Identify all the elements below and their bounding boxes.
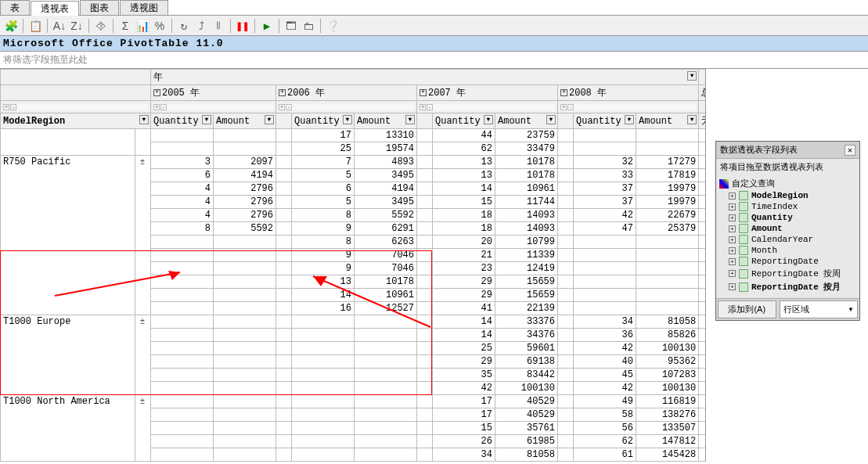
- data-cell[interactable]: [214, 315, 276, 329]
- field-item[interactable]: +Month: [719, 245, 856, 256]
- data-cell[interactable]: [574, 275, 636, 289]
- data-cell[interactable]: [558, 236, 574, 249]
- data-cell[interactable]: 34: [574, 315, 636, 329]
- data-cell[interactable]: [417, 369, 433, 382]
- data-cell[interactable]: 15: [433, 196, 495, 209]
- data-cell[interactable]: [558, 289, 574, 302]
- data-cell[interactable]: [558, 395, 574, 408]
- data-cell[interactable]: 2796: [214, 196, 276, 209]
- data-cell[interactable]: 81058: [636, 315, 699, 329]
- field-item[interactable]: +CalendarYear: [719, 234, 856, 245]
- data-cell[interactable]: 69138: [495, 355, 558, 369]
- data-cell[interactable]: 23: [433, 262, 495, 275]
- properties-icon[interactable]: 🗔: [283, 18, 299, 34]
- data-cell[interactable]: [574, 289, 636, 302]
- data-cell[interactable]: 25379: [636, 222, 699, 236]
- data-cell[interactable]: [151, 302, 214, 315]
- sigma-icon[interactable]: Σ: [117, 18, 133, 34]
- data-cell[interactable]: [276, 369, 292, 382]
- data-cell[interactable]: 40529: [495, 395, 558, 408]
- data-cell[interactable]: 26: [433, 435, 495, 448]
- data-cell[interactable]: 36: [574, 329, 636, 342]
- data-cell[interactable]: [699, 169, 706, 182]
- data-cell[interactable]: [276, 129, 292, 142]
- data-cell[interactable]: [355, 369, 417, 382]
- copy-icon[interactable]: 📋: [27, 18, 43, 34]
- row-expand-toggle[interactable]: ±: [135, 395, 151, 462]
- field-list-panel[interactable]: 数据透视表字段列表 ✕ 将项目拖至数据透视表列表 自定义查询 +ModelReg…: [715, 141, 860, 321]
- area-select[interactable]: 行区域▼: [780, 300, 858, 318]
- data-cell[interactable]: 6291: [355, 222, 417, 236]
- data-cell[interactable]: [417, 236, 433, 249]
- data-cell[interactable]: [417, 262, 433, 275]
- data-cell[interactable]: [276, 236, 292, 249]
- field-item[interactable]: +ReportingDate 按周: [719, 267, 856, 280]
- data-cell[interactable]: 10799: [495, 236, 558, 249]
- data-cell[interactable]: 6: [292, 182, 355, 196]
- data-cell[interactable]: 145428: [636, 448, 699, 462]
- row-group-label[interactable]: T1000 North America: [1, 395, 135, 462]
- data-cell[interactable]: [292, 448, 355, 462]
- data-cell[interactable]: 133507: [636, 422, 699, 435]
- data-cell[interactable]: [276, 142, 292, 156]
- data-cell[interactable]: 13: [292, 275, 355, 289]
- data-cell[interactable]: [214, 262, 276, 275]
- data-cell[interactable]: [417, 355, 433, 369]
- data-cell[interactable]: 14: [433, 315, 495, 329]
- data-cell[interactable]: [214, 395, 276, 408]
- data-cell[interactable]: 15659: [495, 275, 558, 289]
- data-cell[interactable]: 19979: [636, 196, 699, 209]
- data-cell[interactable]: [276, 342, 292, 355]
- data-cell[interactable]: [292, 342, 355, 355]
- data-cell[interactable]: [417, 129, 433, 142]
- data-cell[interactable]: [699, 355, 706, 369]
- data-cell[interactable]: [151, 236, 214, 249]
- tab-pivottable[interactable]: 透视表: [31, 1, 79, 16]
- data-cell[interactable]: [151, 142, 214, 156]
- data-cell[interactable]: 8: [151, 222, 214, 236]
- data-cell[interactable]: [292, 315, 355, 329]
- data-cell[interactable]: [214, 129, 276, 142]
- data-cell[interactable]: [276, 182, 292, 196]
- data-cell[interactable]: [355, 448, 417, 462]
- data-cell[interactable]: 34376: [495, 329, 558, 342]
- data-cell[interactable]: [292, 422, 355, 435]
- data-cell[interactable]: [214, 355, 276, 369]
- data-cell[interactable]: [151, 422, 214, 435]
- data-cell[interactable]: 10961: [355, 289, 417, 302]
- data-cell[interactable]: [292, 355, 355, 369]
- data-cell[interactable]: [417, 209, 433, 222]
- data-cell[interactable]: [636, 236, 699, 249]
- data-cell[interactable]: [558, 408, 574, 422]
- data-cell[interactable]: [699, 382, 706, 395]
- data-cell[interactable]: 19574: [355, 142, 417, 156]
- data-cell[interactable]: [151, 435, 214, 448]
- data-cell[interactable]: 4: [151, 209, 214, 222]
- data-cell[interactable]: 4: [151, 182, 214, 196]
- data-cell[interactable]: [699, 182, 706, 196]
- data-cell[interactable]: [417, 222, 433, 236]
- expand-icon[interactable]: +: [729, 214, 736, 221]
- field-item[interactable]: +ReportingDate 按月: [719, 280, 856, 293]
- row-expand-toggle[interactable]: [135, 129, 151, 156]
- data-cell[interactable]: 20: [433, 236, 495, 249]
- field-item[interactable]: +TimeIndex: [719, 201, 856, 212]
- data-cell[interactable]: [276, 395, 292, 408]
- data-cell[interactable]: [276, 222, 292, 236]
- data-cell[interactable]: [636, 275, 699, 289]
- data-cell[interactable]: [276, 329, 292, 342]
- data-cell[interactable]: [417, 196, 433, 209]
- data-cell[interactable]: [417, 275, 433, 289]
- data-cell[interactable]: 25: [433, 342, 495, 355]
- sort-desc-icon[interactable]: Z↓: [69, 18, 85, 34]
- data-cell[interactable]: 14093: [495, 222, 558, 236]
- data-cell[interactable]: [276, 275, 292, 289]
- expand-icon[interactable]: +: [729, 247, 736, 254]
- row-group-label[interactable]: [1, 129, 135, 156]
- data-cell[interactable]: 14: [433, 182, 495, 196]
- data-cell[interactable]: [699, 315, 706, 329]
- data-cell[interactable]: [417, 408, 433, 422]
- data-cell[interactable]: [636, 289, 699, 302]
- data-cell[interactable]: [699, 196, 706, 209]
- data-cell[interactable]: 42: [574, 342, 636, 355]
